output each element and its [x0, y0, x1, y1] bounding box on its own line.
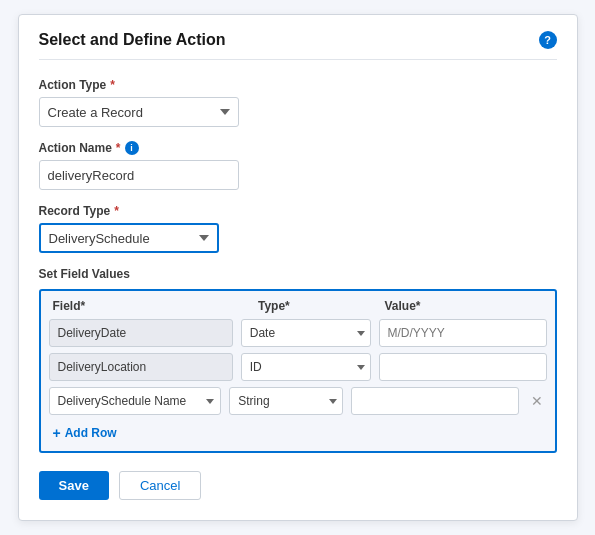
record-type-group: Record Type * DeliverySchedule [39, 204, 557, 253]
action-type-select[interactable]: Create a Record [39, 97, 239, 127]
table-row: Date [49, 319, 547, 347]
table-row: ID [49, 353, 547, 381]
field-select-row3[interactable]: DeliverySchedule Name [49, 387, 222, 415]
action-name-info-icon[interactable]: i [125, 141, 139, 155]
value-input-row2[interactable] [379, 353, 547, 381]
type-select-row1[interactable]: Date [241, 319, 371, 347]
add-row-button[interactable]: + Add Row [49, 421, 121, 443]
dialog-header: Select and Define Action ? [39, 31, 557, 60]
plus-icon: + [53, 425, 61, 441]
action-type-group: Action Type * Create a Record [39, 78, 557, 127]
record-type-label: Record Type * [39, 204, 557, 218]
col-header-type: Type* [258, 299, 377, 313]
action-name-group: Action Name * i [39, 141, 557, 190]
cancel-button[interactable]: Cancel [119, 471, 201, 500]
value-input-row3[interactable] [351, 387, 519, 415]
set-field-values-section: Set Field Values Field* Type* Value* Dat… [39, 267, 557, 453]
set-field-values-label: Set Field Values [39, 267, 557, 281]
action-type-label: Action Type * [39, 78, 557, 92]
table-row: DeliverySchedule Name String ✕ [49, 387, 547, 415]
action-name-input[interactable] [39, 160, 239, 190]
help-icon[interactable]: ? [539, 31, 557, 49]
type-select-row3[interactable]: String [229, 387, 342, 415]
field-input-delivery-location [49, 353, 233, 381]
type-select-row2[interactable]: ID [241, 353, 371, 381]
field-input-delivery-date [49, 319, 233, 347]
add-row-label: Add Row [65, 426, 117, 440]
dialog-title: Select and Define Action [39, 31, 226, 49]
col-header-value: Value* [385, 299, 543, 313]
record-type-select[interactable]: DeliverySchedule [39, 223, 219, 253]
select-define-action-dialog: Select and Define Action ? Action Type *… [18, 14, 578, 521]
value-input-row1[interactable] [379, 319, 547, 347]
dialog-footer: Save Cancel [39, 471, 557, 500]
col-header-field: Field* [53, 299, 251, 313]
delete-row3-button[interactable]: ✕ [527, 392, 547, 410]
save-button[interactable]: Save [39, 471, 109, 500]
field-table: Field* Type* Value* Date ID [39, 289, 557, 453]
action-name-label: Action Name * i [39, 141, 557, 155]
field-table-header: Field* Type* Value* [49, 299, 547, 313]
